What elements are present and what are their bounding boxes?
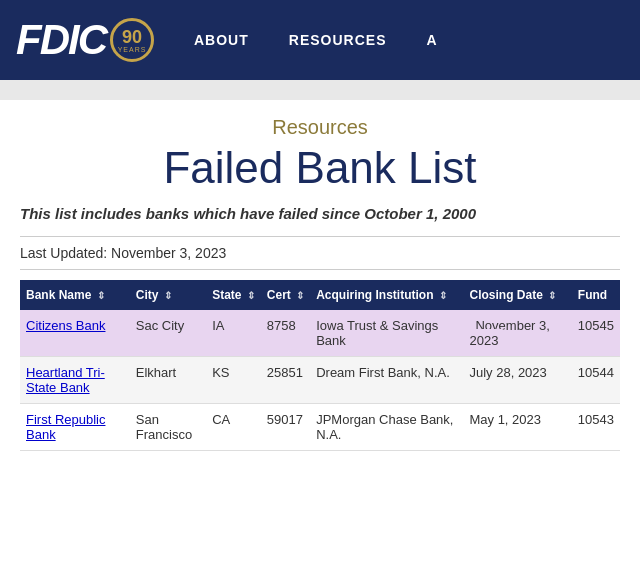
- main-content: Resources Failed Bank List This list inc…: [0, 100, 640, 451]
- page-title: Failed Bank List: [20, 143, 620, 193]
- sort-arrow-state: ⇕: [247, 290, 255, 301]
- cell-closing-date: May 1, 2023: [463, 404, 571, 451]
- sort-arrow-acquiring: ⇕: [439, 290, 447, 301]
- cell-bank-name: Heartland Tri-State Bank: [20, 357, 130, 404]
- cell-fund: 10544: [572, 357, 620, 404]
- cell-fund: 10545: [572, 310, 620, 357]
- last-updated-row: Last Updated: November 3, 2023: [20, 236, 620, 270]
- cell-fund: 10543: [572, 404, 620, 451]
- col-bank-name[interactable]: Bank Name ⇕: [20, 280, 130, 310]
- cell-state: CA: [206, 404, 261, 451]
- sort-arrow-cert: ⇕: [296, 290, 304, 301]
- page-subtitle: This list includes banks which have fail…: [20, 205, 620, 222]
- table-header: Bank Name ⇕ City ⇕ State ⇕ Cert ⇕ Acquir…: [20, 280, 620, 310]
- failed-banks-table: Bank Name ⇕ City ⇕ State ⇕ Cert ⇕ Acquir…: [20, 280, 620, 451]
- nav-resources[interactable]: RESOURCES: [289, 32, 387, 48]
- cell-bank-name: Citizens Bank: [20, 310, 130, 357]
- bank-name-link[interactable]: Heartland Tri-State Bank: [26, 365, 105, 395]
- cell-closing-date: November 3, 2023: [463, 310, 571, 357]
- cell-cert: 8758: [261, 310, 310, 357]
- bank-name-link[interactable]: First Republic Bank: [26, 412, 105, 442]
- sort-arrow-city: ⇕: [164, 290, 172, 301]
- nav-about[interactable]: ABOUT: [194, 32, 249, 48]
- header-row: Bank Name ⇕ City ⇕ State ⇕ Cert ⇕ Acquir…: [20, 280, 620, 310]
- col-closing-date[interactable]: Closing Date ⇕: [463, 280, 571, 310]
- cell-city: Elkhart: [130, 357, 206, 404]
- sort-arrow-closing: ⇕: [548, 290, 556, 301]
- cell-cert: 25851: [261, 357, 310, 404]
- col-acquiring[interactable]: Acquiring Institution ⇕: [310, 280, 463, 310]
- table-row: First Republic BankSan FranciscoCA59017J…: [20, 404, 620, 451]
- cell-acquiring: Dream First Bank, N.A.: [310, 357, 463, 404]
- col-city[interactable]: City ⇕: [130, 280, 206, 310]
- logo-years: YEARS: [118, 46, 147, 53]
- logo-number: 90: [122, 28, 142, 46]
- cell-closing-date: July 28, 2023: [463, 357, 571, 404]
- cell-acquiring: JPMorgan Chase Bank, N.A.: [310, 404, 463, 451]
- table-row: Citizens BankSac CityIA8758Iowa Trust & …: [20, 310, 620, 357]
- main-nav: ABOUT RESOURCES A: [194, 32, 438, 48]
- table-row: Heartland Tri-State BankElkhartKS25851Dr…: [20, 357, 620, 404]
- closing-date-highlight: November 3, 2023: [469, 314, 549, 352]
- col-cert[interactable]: Cert ⇕: [261, 280, 310, 310]
- subheader-stripe: [0, 80, 640, 100]
- nav-more[interactable]: A: [426, 32, 437, 48]
- cell-cert: 59017: [261, 404, 310, 451]
- site-header: FDIC 90 YEARS ABOUT RESOURCES A: [0, 0, 640, 80]
- cell-bank-name: First Republic Bank: [20, 404, 130, 451]
- logo-circle: 90 YEARS: [110, 18, 154, 62]
- col-state[interactable]: State ⇕: [206, 280, 261, 310]
- cell-acquiring: Iowa Trust & Savings Bank: [310, 310, 463, 357]
- cell-state: KS: [206, 357, 261, 404]
- resources-label: Resources: [20, 116, 620, 139]
- col-fund[interactable]: Fund: [572, 280, 620, 310]
- table-body: Citizens BankSac CityIA8758Iowa Trust & …: [20, 310, 620, 451]
- cell-state: IA: [206, 310, 261, 357]
- fdic-text: FDIC: [16, 16, 106, 64]
- fdic-logo: FDIC 90 YEARS: [16, 16, 154, 64]
- last-updated-text: Last Updated: November 3, 2023: [20, 245, 226, 261]
- cell-city: Sac City: [130, 310, 206, 357]
- cell-city: San Francisco: [130, 404, 206, 451]
- sort-arrow-bank: ⇕: [97, 290, 105, 301]
- bank-name-link[interactable]: Citizens Bank: [26, 318, 105, 333]
